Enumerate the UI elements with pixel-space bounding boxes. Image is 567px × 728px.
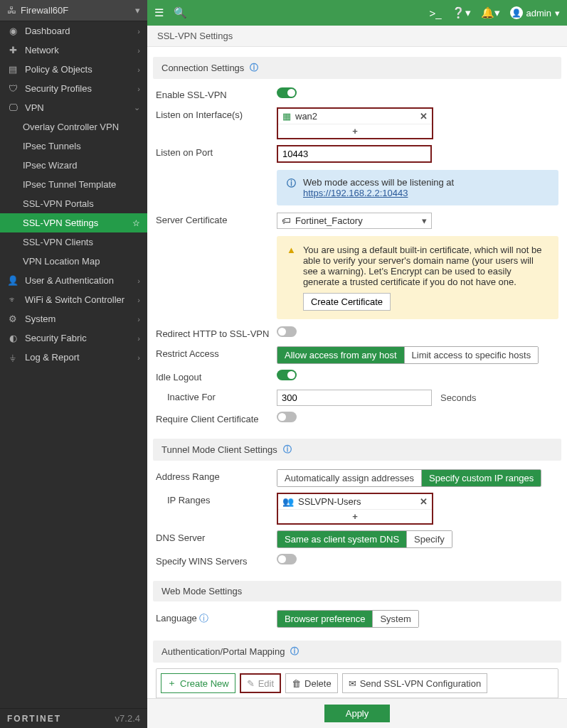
listen-port-input[interactable] [277,145,432,163]
webmode-info-box: ⓘ Web mode access will be listening at h… [277,170,558,205]
language-segment: Browser preference System [277,610,419,628]
inactive-input[interactable] [277,390,432,406]
chart-icon: ⏚ [7,352,18,363]
nav-vpn-ssl-portals[interactable]: SSL-VPN Portals [0,194,147,213]
apply-button[interactable]: Apply [324,705,391,722]
add-interface-button[interactable]: + [278,124,432,138]
nav-vpn-location[interactable]: VPN Location Map [0,252,147,271]
toggle-idle[interactable] [277,370,297,380]
nav-vpn-overlay[interactable]: Overlay Controller VPN [0,117,147,136]
ip-ranges-input[interactable]: 👥SSLVPN-Users✕ + [277,493,433,525]
chevron-down-icon: ▾ [135,5,140,16]
nav-vpn[interactable]: 🖵VPN⌄ [0,98,147,117]
policy-icon: ▤ [7,64,18,75]
info-icon[interactable]: ⓘ [199,613,208,623]
toggle-enable-ssl[interactable] [277,87,297,98]
section-connection: Connection Settingsⓘ [153,57,561,79]
label-enable-ssl: Enable SSL-VPN [156,87,277,100]
delete-button[interactable]: 🗑Delete [285,673,338,693]
nav-vpn-ssl-clients[interactable]: SSL-VPN Clients [0,232,147,252]
section-tunnel: Tunnel Mode Client Settingsⓘ [153,439,561,461]
nav-policy[interactable]: ▤Policy & Objects› [0,60,147,79]
remove-icon[interactable]: ✕ [420,496,428,507]
nav-vpn-ipsec-tunnels[interactable]: IPsec Tunnels [0,136,147,156]
main-panel: ☰ 🔍 >_ ❔▾ 🔔▾ 👤 admin ▾ SSL-VPN Settings … [147,0,567,728]
nav-user-auth[interactable]: 👤User & Authentication› [0,271,147,290]
toggle-redirect[interactable] [277,326,297,337]
lang-browser[interactable]: Browser preference [277,611,372,627]
label-language: Language ⓘ [156,610,277,625]
bell-icon[interactable]: 🔔▾ [481,6,500,19]
topbar: ☰ 🔍 >_ ❔▾ 🔔▾ 👤 admin ▾ [147,0,567,26]
label-listen-interface: Listen on Interface(s) [156,107,277,120]
device-selector[interactable]: 🖧 Firewall60F ▾ [0,0,147,21]
nav-log[interactable]: ⏚Log & Report› [0,348,147,367]
add-iprange-button[interactable]: + [278,509,432,523]
label-dns: DNS Server [156,530,277,543]
chevron-right-icon: › [137,46,140,55]
search-icon[interactable]: 🔍 [174,6,187,19]
nav-fabric[interactable]: ◐Security Fabric› [0,328,147,348]
info-icon: ⓘ [287,177,296,198]
nav-network[interactable]: ✚Network› [0,41,147,60]
menu-icon[interactable]: ☰ [154,6,164,19]
dns-segment: Same as client system DNS Specify [277,530,452,548]
vpn-icon: 🖵 [7,102,18,113]
pencil-icon: ✎ [247,678,255,689]
label-addr-range: Address Range [156,469,277,482]
chevron-right-icon: › [137,85,140,93]
chevron-right-icon: › [137,315,140,323]
auth-mapping-panel: ＋Create New ✎Edit 🗑Delete ✉Send SSL-VPN … [156,668,558,698]
addr-custom[interactable]: Specify custom IP ranges [421,470,541,486]
sidebar: 🖧 Firewall60F ▾ ◉Dashboard› ✚Network› ▤P… [0,0,147,728]
info-icon[interactable]: ⓘ [250,62,258,74]
restrict-allow-any[interactable]: Allow access from any host [277,347,404,363]
remove-icon[interactable]: ✕ [420,111,428,122]
auth-toolbar: ＋Create New ✎Edit 🗑Delete ✉Send SSL-VPN … [157,669,558,698]
lang-system[interactable]: System [372,611,418,627]
gear-icon: ⚙ [7,314,18,324]
dns-same[interactable]: Same as client system DNS [277,531,406,547]
nav-wifi[interactable]: ᯤWiFi & Switch Controller› [0,290,147,309]
restrict-limit[interactable]: Limit access to specific hosts [404,347,539,363]
chevron-right-icon: › [137,277,140,285]
nav-vpn-ssl-settings[interactable]: SSL-VPN Settings☆ [0,213,147,232]
webmode-url-link[interactable]: https://192.168.2.2:10443 [303,188,408,198]
label-inactive: Inactive For [156,390,277,402]
addr-auto[interactable]: Automatically assign addresses [277,470,421,486]
info-icon[interactable]: ⓘ [283,444,292,456]
info-icon[interactable]: ⓘ [290,646,299,658]
warning-icon: ▲ [287,245,296,255]
chevron-down-icon: ▾ [422,215,427,226]
server-cert-select[interactable]: 🏷 Fortinet_Factory ▾ [277,213,432,229]
page-title: SSL-VPN Settings [147,26,567,47]
edit-button[interactable]: ✎Edit [240,673,281,693]
send-config-button[interactable]: ✉Send SSL-VPN Configuration [342,673,488,693]
nav-menu: ◉Dashboard› ✚Network› ▤Policy & Objects›… [0,21,147,708]
fabric-icon: ◐ [7,333,18,343]
listen-interface-input[interactable]: ▦wan2✕ + [277,107,433,139]
nav-vpn-ipsec-template[interactable]: IPsec Tunnel Template [0,175,147,194]
network-icon: ✚ [7,45,18,55]
chevron-right-icon: › [137,65,140,74]
user-icon: 👤 [7,275,18,286]
toggle-wins[interactable] [277,554,297,564]
content-area: Connection Settingsⓘ Enable SSL-VPN List… [147,47,567,698]
version-label: v7.2.4 [115,713,140,724]
dns-specify[interactable]: Specify [406,531,452,547]
user-menu[interactable]: 👤 admin ▾ [510,6,560,19]
label-ip-ranges: IP Ranges [156,493,277,505]
toggle-req-cert[interactable] [277,412,297,422]
nav-vpn-ipsec-wizard[interactable]: IPsec Wizard [0,156,147,175]
cli-icon[interactable]: >_ [429,7,441,19]
create-cert-button[interactable]: Create Certificate [303,293,391,311]
chevron-down-icon: ▾ [555,8,560,18]
nav-security[interactable]: 🛡Security Profiles› [0,79,147,98]
nav-system[interactable]: ⚙System› [0,309,147,328]
device-name: Firewall60F [21,5,131,16]
help-icon[interactable]: ❔▾ [452,6,471,19]
chevron-right-icon: › [137,27,140,36]
chevron-right-icon: › [137,296,140,304]
nav-dashboard[interactable]: ◉Dashboard› [0,21,147,41]
create-new-button[interactable]: ＋Create New [161,673,235,693]
